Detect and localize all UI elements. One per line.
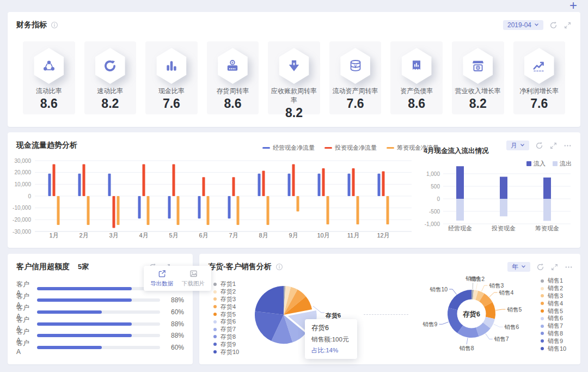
metric-card: 流动比率8.6 bbox=[23, 41, 75, 114]
svg-text:销售2: 销售2 bbox=[469, 276, 485, 282]
legend-item[interactable]: 销售8 bbox=[541, 330, 566, 338]
metric-value: 7.6 bbox=[329, 96, 382, 111]
period-dropdown-label: 2019-04 bbox=[507, 21, 531, 29]
svg-text:-1,000: -1,000 bbox=[425, 221, 440, 227]
legend-item[interactable]: 销售10 bbox=[541, 345, 566, 352]
metric-value: 8.2 bbox=[84, 96, 137, 111]
svg-text:-10,000: -10,000 bbox=[13, 205, 31, 211]
legend-item[interactable]: 存货3 bbox=[213, 296, 239, 303]
legend-item[interactable]: 销售3 bbox=[541, 292, 566, 300]
svg-text:10,000: 10,000 bbox=[14, 181, 31, 187]
financial-indicators-section: 财务指标 2019-04 流动比率8.6速动比率8.2现金比率7.6存货周转率8… bbox=[8, 12, 580, 127]
svg-text:12月: 12月 bbox=[377, 232, 389, 239]
row-percent: 88% bbox=[166, 296, 184, 304]
svg-text:销售4: 销售4 bbox=[499, 289, 514, 296]
legend-item[interactable]: 销售1 bbox=[541, 277, 566, 285]
metric-card: 净利润增长率7.6 bbox=[513, 41, 566, 114]
metric-card: ¥流动资产周转率7.6 bbox=[329, 41, 382, 114]
cashflow-trend-chart[interactable]: 30,00020,00010,0000-10,000-20,000-30,000… bbox=[12, 154, 415, 241]
svg-text:¥: ¥ bbox=[293, 62, 296, 66]
pie-legend: 存货1存货2存货3存货4存货5存货6存货7存货8存货9存货10 bbox=[213, 280, 239, 356]
legend-item[interactable]: 存货8 bbox=[213, 333, 239, 341]
credit-bar[interactable] bbox=[37, 322, 160, 326]
legend-item[interactable]: 经营现金净流量 bbox=[262, 144, 315, 152]
metric-label: 资产负债率 bbox=[390, 87, 443, 96]
svg-text:4月: 4月 bbox=[139, 232, 148, 239]
period-dropdown[interactable]: 2019-04 bbox=[503, 20, 543, 30]
dashed-divider bbox=[364, 314, 408, 315]
credit-bar[interactable] bbox=[37, 287, 160, 290]
svg-text:销售7: 销售7 bbox=[494, 336, 509, 342]
svg-text:-30,000: -30,000 bbox=[13, 229, 31, 235]
credit-count: 5家 bbox=[78, 262, 89, 272]
metric-card: 营业收入增长率8.2 bbox=[452, 41, 504, 114]
metric-label: 净利润增长率 bbox=[513, 87, 566, 96]
legend-item[interactable]: 存货5 bbox=[213, 310, 239, 318]
svg-text:1月: 1月 bbox=[49, 232, 58, 239]
pie-callout-label: 存货6 bbox=[326, 312, 341, 320]
svg-text:8月: 8月 bbox=[259, 232, 268, 239]
sales-donut-chart[interactable]: 存货6销售1销售2销售3销售4销售5销售6销售7销售8销售9销售10 bbox=[411, 264, 540, 361]
credit-row: 客户A88% bbox=[16, 327, 184, 339]
section-title: 财务指标 bbox=[16, 20, 47, 30]
metric-label: 应收账款周转率率 bbox=[268, 87, 320, 105]
trend-chart-legend: 经营现金净流量投资现金净流量筹资现金净流量 bbox=[262, 144, 439, 152]
legend-item[interactable]: 存货4 bbox=[213, 303, 239, 310]
info-icon[interactable] bbox=[51, 21, 58, 29]
metric-cards: 流动比率8.6速动比率8.2现金比率7.6存货周转率8.6¥应收账款周转率率8.… bbox=[8, 31, 580, 114]
legend-item[interactable]: 存货10 bbox=[213, 348, 239, 356]
metric-card: 存货周转率8.6 bbox=[207, 41, 259, 114]
info-icon[interactable] bbox=[275, 263, 283, 271]
refresh-icon[interactable] bbox=[549, 21, 558, 29]
legend-item[interactable]: 存货1 bbox=[213, 280, 239, 288]
donut-legend: 销售1销售2销售3销售4销售5销售6销售7销售8销售9销售10 bbox=[541, 277, 566, 352]
inventory-sales-section: 存货-客户销售分析 年 存货1存货2存货3存货4存货5存货6存货7存货8存货9存… bbox=[199, 254, 580, 364]
metric-card: 速动比率8.2 bbox=[84, 41, 137, 114]
legend-item[interactable]: 存货2 bbox=[213, 288, 239, 296]
svg-text:5月: 5月 bbox=[169, 232, 178, 239]
credit-row: 客户A88% bbox=[16, 315, 184, 327]
legend-item[interactable]: 存货6 bbox=[213, 318, 239, 326]
metric-value: 7.6 bbox=[145, 96, 198, 111]
export-data-button[interactable]: 导出数据 bbox=[150, 270, 173, 288]
image-icon bbox=[189, 270, 198, 279]
svg-text:-20,000: -20,000 bbox=[13, 217, 31, 223]
legend-item[interactable]: 销售5 bbox=[541, 307, 566, 315]
inout-chart[interactable]: 1,0005000-500-1,000经营现金投资现金筹资现金 bbox=[419, 166, 572, 234]
svg-text:3月: 3月 bbox=[109, 232, 118, 239]
cashflow-section: 现金流量趋势分析 月 经营现金净流量投资现金净流量筹资现金净流量 30,0002… bbox=[8, 132, 580, 248]
svg-text:销售6: 销售6 bbox=[504, 324, 519, 330]
metric-value: 8.6 bbox=[23, 96, 75, 111]
download-image-button[interactable]: 下载图片 bbox=[182, 270, 205, 288]
chevron-down-icon bbox=[534, 21, 539, 29]
credit-bar[interactable] bbox=[37, 310, 160, 314]
svg-text:11月: 11月 bbox=[347, 232, 359, 239]
svg-text:-500: -500 bbox=[429, 209, 440, 215]
row-label: 客户A bbox=[16, 339, 32, 356]
expand-icon[interactable] bbox=[550, 263, 559, 271]
legend-item[interactable]: 存货9 bbox=[213, 340, 239, 348]
expand-icon[interactable] bbox=[564, 21, 572, 29]
credit-bar[interactable] bbox=[37, 298, 160, 302]
metric-value: 8.2 bbox=[452, 96, 504, 111]
credit-bar[interactable] bbox=[37, 334, 160, 337]
svg-text:销售5: 销售5 bbox=[506, 306, 522, 313]
section-title: 客户信用超额度 bbox=[16, 262, 70, 272]
section-title: 现金流量趋势分析 bbox=[16, 141, 77, 150]
legend-item[interactable]: 销售6 bbox=[541, 315, 566, 322]
more-icon[interactable] bbox=[565, 263, 573, 271]
legend-item[interactable]: 投资现金净流量 bbox=[324, 144, 377, 152]
metric-card: ¥应收账款周转率率8.2 bbox=[268, 41, 320, 114]
metric-value: 8.6 bbox=[390, 96, 443, 111]
legend-item[interactable]: 销售7 bbox=[541, 322, 566, 330]
legend-item[interactable]: 销售9 bbox=[541, 337, 566, 345]
credit-bar[interactable] bbox=[37, 346, 160, 349]
legend-item[interactable]: 销售2 bbox=[541, 285, 566, 292]
pie-tooltip: 存货6 销售额:100元 占比:14% bbox=[305, 319, 357, 359]
add-widget-button[interactable]: + bbox=[569, 0, 577, 12]
legend-item[interactable]: 销售4 bbox=[541, 300, 566, 307]
metric-value: 8.2 bbox=[268, 106, 320, 120]
svg-text:销售10: 销售10 bbox=[429, 286, 448, 292]
legend-item[interactable]: 存货7 bbox=[213, 326, 239, 333]
inout-chart-block: 4月现金流入流出情况 流入流出 1,0005000-500-1,000经营现金投… bbox=[419, 147, 572, 245]
